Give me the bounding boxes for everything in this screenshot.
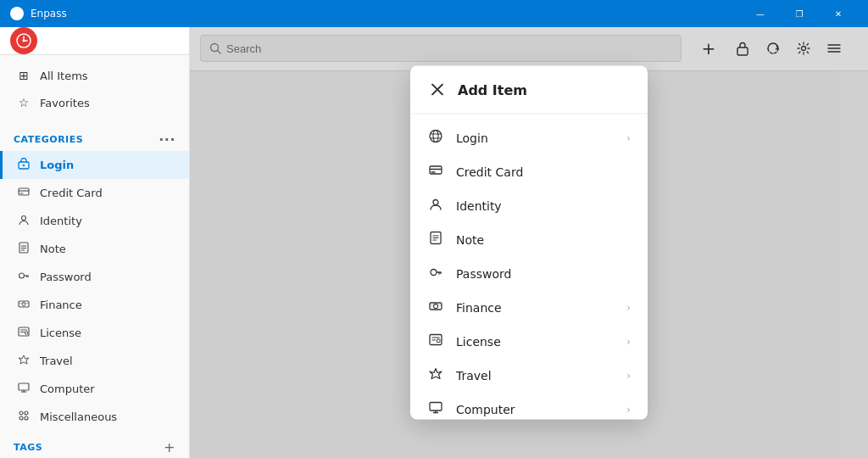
modal-password-icon <box>427 265 444 282</box>
license-label: License <box>40 327 81 339</box>
modal-title: Add Item <box>458 81 527 98</box>
modal-item-finance[interactable]: Finance › <box>410 291 648 325</box>
modal-item-license-left: License <box>427 333 501 350</box>
login-icon <box>16 158 31 172</box>
travel-chevron-icon: › <box>626 370 631 382</box>
restore-button[interactable]: ❐ <box>780 0 819 27</box>
modal-item-credit-card[interactable]: Credit Card <box>410 155 648 189</box>
app-title: Enpass <box>31 8 741 20</box>
add-item-modal: Add Item Login <box>410 66 648 420</box>
miscellaneous-icon <box>16 410 31 424</box>
modal-identity-icon <box>427 198 444 215</box>
app-body: ⊞ All Items ☆ Favorites CATEGORIES ··· <box>0 27 868 458</box>
modal-login-icon <box>427 130 444 147</box>
svg-point-12 <box>19 273 25 278</box>
modal-credit-card-icon <box>427 164 444 181</box>
modal-computer-icon <box>427 401 444 418</box>
all-items-icon: ⊞ <box>16 69 31 82</box>
sidebar-favorites-label: Favorites <box>40 97 90 109</box>
modal-credit-card-label: Credit Card <box>456 165 523 179</box>
sidebar-item-credit-card[interactable]: Credit Card <box>0 179 189 207</box>
note-label: Note <box>40 243 66 255</box>
sidebar-item-password[interactable]: Password <box>0 263 189 291</box>
sidebar-item-travel[interactable]: Travel <box>0 347 189 375</box>
computer-chevron-icon: › <box>626 404 631 416</box>
modal-item-identity-left: Identity <box>427 198 502 215</box>
note-icon <box>16 242 31 256</box>
modal-item-login-left: Login <box>427 130 488 147</box>
close-button[interactable]: ✕ <box>819 0 858 27</box>
computer-label: Computer <box>40 383 95 395</box>
modal-finance-label: Finance <box>456 301 502 315</box>
modal-items-list: Login › Credit Card <box>410 114 648 420</box>
favorites-icon: ☆ <box>16 96 31 109</box>
credit-card-label: Credit Card <box>40 187 103 199</box>
modal-item-note[interactable]: Note <box>410 223 648 257</box>
sidebar-item-license[interactable]: License <box>0 319 189 347</box>
svg-point-56 <box>431 270 437 276</box>
password-icon <box>16 270 31 284</box>
add-tag-button[interactable]: + <box>164 439 175 455</box>
sidebar-item-favorites[interactable]: ☆ Favorites <box>0 89 189 116</box>
modal-note-icon <box>427 232 444 249</box>
modal-item-identity[interactable]: Identity <box>410 189 648 223</box>
modal-close-button[interactable] <box>427 80 448 100</box>
svg-point-28 <box>19 416 23 420</box>
main-content: + <box>190 27 868 458</box>
sidebar-item-finance[interactable]: Finance <box>0 291 189 319</box>
minimize-button[interactable]: — <box>741 0 780 27</box>
sidebar-all-items-label: All Items <box>40 70 88 82</box>
finance-icon <box>16 298 31 312</box>
modal-identity-label: Identity <box>456 199 502 213</box>
svg-point-29 <box>25 416 28 420</box>
svg-rect-67 <box>430 403 442 411</box>
svg-point-27 <box>25 411 28 415</box>
login-label: Login <box>40 159 74 171</box>
svg-point-3 <box>23 165 25 166</box>
svg-point-51 <box>433 200 438 205</box>
sidebar-item-computer[interactable]: Computer <box>0 375 189 403</box>
categories-more-button[interactable]: ··· <box>159 131 175 148</box>
modal-travel-label: Travel <box>456 369 492 383</box>
categories-label: CATEGORIES <box>14 134 83 145</box>
categories-section-header: CATEGORIES ··· <box>0 123 189 151</box>
modal-item-password-left: Password <box>427 265 511 282</box>
modal-login-label: Login <box>456 131 488 145</box>
computer-icon <box>16 382 31 396</box>
miscellaneous-label: Miscellaneous <box>40 411 117 423</box>
svg-rect-66 <box>437 339 441 343</box>
close-icon <box>431 84 443 96</box>
password-label: Password <box>40 271 92 283</box>
tags-section: TAGS + <box>0 431 189 458</box>
sidebar-nav: ⊞ All Items ☆ Favorites <box>0 55 189 123</box>
finance-label: Finance <box>40 299 82 311</box>
identity-icon <box>16 214 31 228</box>
sidebar-item-miscellaneous[interactable]: Miscellaneous <box>0 403 189 431</box>
finance-chevron-icon: › <box>626 302 631 314</box>
sidebar-item-identity[interactable]: Identity <box>0 207 189 235</box>
modal-item-password[interactable]: Password <box>410 257 648 291</box>
sidebar-item-login[interactable]: Login <box>0 151 189 179</box>
modal-license-label: License <box>456 335 501 349</box>
titlebar: Enpass — ❐ ✕ <box>0 0 868 27</box>
svg-point-7 <box>22 216 26 221</box>
modal-item-finance-left: Finance <box>427 299 502 316</box>
modal-note-label: Note <box>456 233 484 247</box>
svg-rect-22 <box>25 332 28 334</box>
sidebar-item-note[interactable]: Note <box>0 235 189 263</box>
categories-list: Login Credit Card <box>0 151 189 431</box>
travel-label: Travel <box>40 355 73 367</box>
modal-item-travel[interactable]: Travel › <box>410 359 648 393</box>
travel-icon <box>16 354 31 368</box>
sidebar-item-all-items[interactable]: ⊞ All Items <box>0 62 189 89</box>
sidebar: ⊞ All Items ☆ Favorites CATEGORIES ··· <box>0 27 190 458</box>
modal-header: Add Item <box>410 66 648 114</box>
modal-item-login[interactable]: Login › <box>410 121 648 155</box>
app-logo <box>10 27 37 54</box>
app-icon <box>10 7 24 20</box>
svg-point-1 <box>23 40 25 42</box>
modal-item-license[interactable]: License › <box>410 325 648 359</box>
license-chevron-icon: › <box>626 336 631 348</box>
modal-item-computer[interactable]: Computer › <box>410 393 648 420</box>
svg-point-45 <box>433 131 438 142</box>
